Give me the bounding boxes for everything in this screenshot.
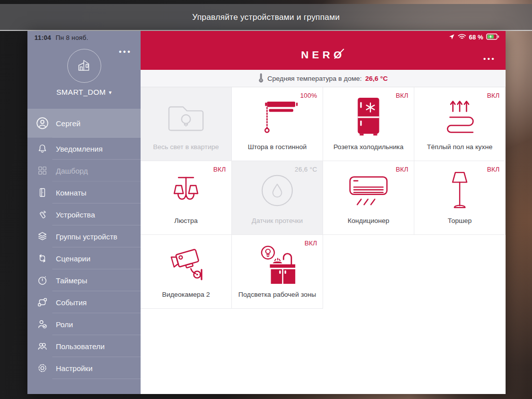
status-bar-right: 68 % [449, 33, 500, 41]
status-time: 11:04 [34, 34, 51, 41]
tile-video-camera-2[interactable]: Видеокамера 2 [141, 235, 232, 309]
sidebar-item-users[interactable]: Пользователи [27, 335, 141, 357]
app-header: 68 % NERO ••• [141, 31, 506, 70]
sidebar-item-scenarios[interactable]: Сценарии [27, 247, 141, 269]
temperature-label: Средняя температура в доме: [267, 75, 361, 82]
tile-living-room-blind[interactable]: 100% Штора в гостинной [232, 87, 323, 161]
sidebar-menu: Сергей Уведомления Дашборд Комнаты [27, 109, 141, 379]
grid-empty-cell [414, 235, 506, 309]
sidebar-item-roles[interactable]: Роли [27, 313, 141, 335]
sidebar: 11:04Пн 8 нояб. ••• SMART_DOM▾ Серге [27, 31, 141, 394]
loop-arrows-icon [35, 252, 49, 264]
device-grid: Весь свет в квартире 100% Штора в гостин… [141, 87, 506, 309]
stopwatch-icon [35, 274, 49, 286]
nero-logo: NERO [141, 49, 506, 61]
sidebar-item-device-groups[interactable]: Группы устройств [27, 225, 141, 247]
wifi-icon [458, 33, 466, 41]
house-icon [75, 56, 93, 76]
tile-fridge-socket[interactable]: ВКЛ Розетка холодильника [323, 87, 414, 161]
sidebar-more-button[interactable]: ••• [117, 46, 134, 58]
tile-leak-sensor[interactable]: 26,6 °C Датчик протечки [232, 161, 323, 235]
tile-kitchen-heated-floor[interactable]: ВКЛ Тёплый пол на кухне [414, 87, 506, 161]
layers-icon [35, 230, 49, 242]
location-icon [449, 34, 455, 41]
home-selector[interactable]: SMART_DOM▾ [27, 88, 141, 96]
dashboard-grid-icon [35, 165, 49, 177]
bell-icon [35, 143, 49, 155]
person-check-icon [35, 318, 49, 330]
average-temperature-bar: Средняя температура в доме: 26,6 °C [141, 70, 506, 87]
tile-all-lights[interactable]: Весь свет в квартире [141, 87, 232, 161]
sidebar-item-notifications[interactable]: Уведомления [27, 138, 141, 160]
tile-worktop-light[interactable]: ВКЛ Подсв [232, 235, 323, 309]
chandelier-icon [141, 171, 231, 210]
door-icon [35, 187, 49, 199]
app-window: 11:04Пн 8 нояб. ••• SMART_DOM▾ Серге [27, 31, 506, 394]
lights-group-icon [141, 97, 231, 136]
user-icon [35, 117, 49, 129]
gear-icon [35, 362, 49, 374]
tile-chandelier[interactable]: ВКЛ Люстра [141, 161, 232, 235]
thermometer-icon [258, 73, 264, 84]
header-more-button[interactable]: ••• [481, 53, 498, 64]
sidebar-item-timers[interactable]: Таймеры [27, 269, 141, 291]
tile-air-conditioner[interactable]: ВКЛ Кондиционер [323, 161, 414, 235]
sidebar-item-events[interactable]: События [27, 291, 141, 313]
sidebar-item-dashboard[interactable]: Дашборд [27, 160, 141, 182]
flowchart-icon [35, 296, 49, 308]
two-users-icon [35, 340, 49, 352]
leak-sensor-icon [232, 171, 323, 210]
home-name: SMART_DOM [56, 88, 106, 96]
sidebar-item-user[interactable]: Сергей [27, 109, 141, 138]
blind-icon [232, 97, 323, 136]
battery-icon [486, 33, 500, 41]
fridge-icon [323, 97, 414, 136]
temperature-value: 26,6 °C [365, 75, 387, 82]
battery-percent: 68 % [469, 34, 484, 41]
air-conditioner-icon [323, 171, 414, 210]
home-avatar[interactable] [67, 49, 101, 83]
floor-lamp-icon [414, 171, 505, 210]
onboarding-banner: Управляйте устройствами и группами [0, 4, 532, 31]
heated-floor-icon [414, 97, 505, 136]
sidebar-item-rooms[interactable]: Комнаты [27, 182, 141, 203]
main-panel: 68 % NERO ••• Средняя температура в доме… [141, 31, 506, 394]
status-date: Пн 8 нояб. [56, 34, 88, 41]
banner-title: Управляйте устройствами и группами [192, 12, 340, 22]
status-bar-clock: 11:04Пн 8 нояб. [34, 34, 88, 41]
sidebar-item-settings[interactable]: Настройки [27, 357, 141, 379]
grid-empty-cell [323, 235, 414, 309]
chevron-down-icon: ▾ [109, 89, 112, 95]
remote-control-icon [35, 208, 49, 220]
worktop-light-icon [232, 245, 323, 284]
cctv-camera-icon [141, 245, 231, 284]
sidebar-item-devices[interactable]: Устройства [27, 203, 141, 225]
tile-floor-lamp[interactable]: ВКЛ Торшер [414, 161, 506, 235]
